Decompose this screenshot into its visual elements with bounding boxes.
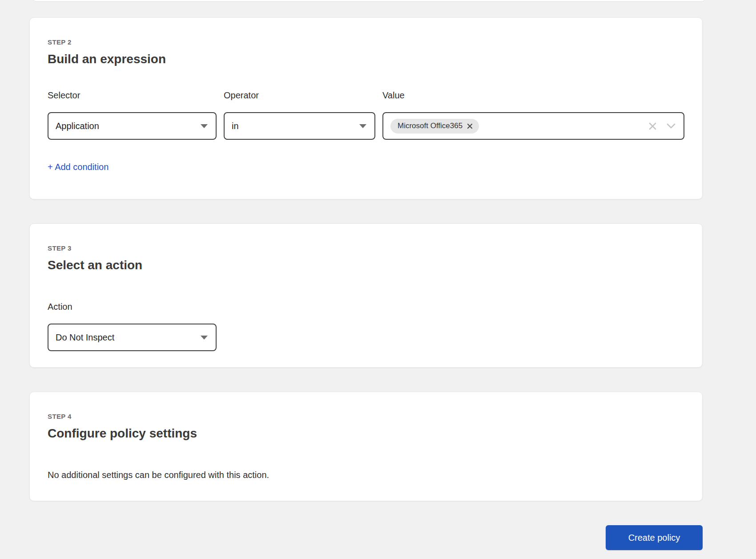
action-selected-value: Do Not Inspect — [56, 332, 197, 343]
caret-down-icon — [359, 124, 366, 128]
value-tag: Microsoft Office365 — [390, 119, 479, 134]
add-condition-link[interactable]: + Add condition — [48, 162, 109, 172]
action-dropdown[interactable]: Do Not Inspect — [48, 324, 217, 351]
chevron-down-icon[interactable] — [667, 123, 676, 129]
step-3-label: STEP 3 — [48, 244, 684, 252]
operator-dropdown[interactable]: in — [224, 112, 375, 140]
selector-label: Selector — [48, 90, 217, 101]
caret-down-icon — [201, 336, 208, 340]
step-2-title: Build an expression — [48, 52, 684, 66]
footer-actions: Create policy — [29, 525, 703, 550]
previous-card-bottom-edge — [33, 0, 705, 2]
policy-builder-content: STEP 2 Build an expression Selector Appl… — [29, 17, 703, 550]
operator-label: Operator — [224, 90, 375, 101]
step-3-card: STEP 3 Select an action Action Do Not In… — [29, 223, 703, 368]
step-2-card: STEP 2 Build an expression Selector Appl… — [29, 17, 703, 199]
selector-field-group: Selector Application — [48, 90, 217, 140]
clear-selection-x-icon[interactable] — [648, 122, 657, 130]
action-label: Action — [48, 302, 217, 312]
caret-down-icon — [201, 124, 208, 128]
operator-field-group: Operator in — [224, 90, 375, 140]
selector-dropdown[interactable]: Application — [48, 112, 217, 140]
value-field-group: Value Microsoft Office365 — [382, 90, 684, 140]
value-tag-text: Microsoft Office365 — [398, 122, 462, 130]
step-4-label: STEP 4 — [48, 413, 684, 420]
value-label: Value — [382, 90, 684, 101]
step-4-title: Configure policy settings — [48, 426, 684, 441]
step-4-card: STEP 4 Configure policy settings No addi… — [29, 392, 703, 501]
value-multiselect[interactable]: Microsoft Office365 — [382, 112, 684, 140]
selector-selected-value: Application — [56, 121, 197, 131]
step-2-label: STEP 2 — [48, 38, 684, 46]
multiselect-controls — [648, 122, 676, 130]
create-policy-button[interactable]: Create policy — [606, 525, 703, 550]
expression-fields-row: Selector Application Operator in Value M… — [48, 90, 684, 140]
step-3-title: Select an action — [48, 258, 684, 272]
action-field-group: Action Do Not Inspect — [48, 272, 217, 351]
remove-tag-x-icon[interactable] — [467, 123, 473, 129]
operator-selected-value: in — [232, 121, 356, 131]
no-settings-note: No additional settings can be configured… — [48, 470, 684, 480]
